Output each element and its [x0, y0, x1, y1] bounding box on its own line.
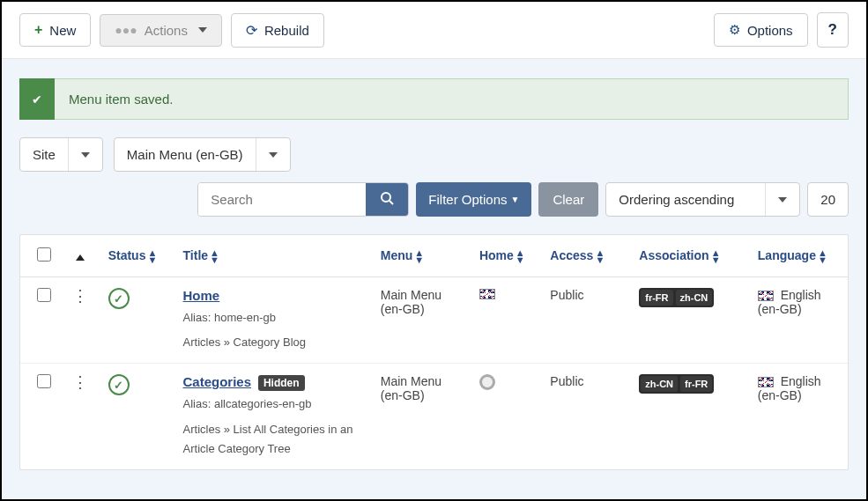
item-title-link[interactable]: Home	[183, 288, 220, 303]
association-badge[interactable]: zh-CN	[676, 290, 713, 306]
table-row: ⋮ ✓ Home Alias: home-en-gb Articles » Ca…	[20, 277, 848, 364]
svg-point-0	[382, 193, 390, 202]
row-checkbox[interactable]	[37, 374, 51, 388]
item-type: Articles » Category Blog	[183, 333, 363, 352]
col-checkbox	[20, 235, 62, 277]
toolbar: + New ●●● Actions ⟳ Rebuild ⚙ Options ?	[2, 2, 866, 59]
ordering-select[interactable]: Ordering ascending	[605, 182, 800, 217]
options-label: Options	[747, 23, 793, 38]
menu-select[interactable]: Main Menu (en-GB)	[114, 137, 291, 172]
help-label: ?	[828, 21, 837, 39]
col-menu[interactable]: Menu▲▼	[372, 235, 471, 277]
caret-down-icon: ▼	[511, 195, 520, 204]
chevron-down-icon	[765, 183, 799, 216]
col-language[interactable]: Language▲▼	[749, 235, 848, 277]
new-label: New	[49, 23, 76, 38]
hidden-badge: Hidden	[258, 375, 305, 391]
item-menu: Main Menu (en-GB)	[372, 364, 471, 469]
chevron-down-icon	[256, 138, 290, 171]
limit-value: 20	[820, 192, 835, 207]
chevron-down-icon	[68, 138, 102, 171]
new-button[interactable]: + New	[19, 13, 91, 47]
ellipsis-icon: ●●●	[115, 23, 137, 37]
ordering-value: Ordering ascending	[606, 183, 765, 216]
item-access: Public	[541, 364, 630, 469]
item-menu: Main Menu (en-GB)	[372, 277, 471, 364]
col-ordering[interactable]	[62, 235, 100, 277]
sort-icon: ▲▼	[711, 249, 721, 263]
association-badge[interactable]: fr-FR	[680, 376, 712, 392]
check-circle-icon: ✔	[19, 78, 55, 120]
sort-icon: ▲▼	[818, 249, 827, 263]
sort-icon: ▲▼	[147, 249, 157, 263]
item-alias: Alias: allcategories-en-gb	[183, 394, 363, 414]
col-home[interactable]: Home▲▼	[471, 235, 541, 277]
association-badge[interactable]: zh-CN	[641, 376, 678, 392]
gear-icon: ⚙	[729, 22, 740, 38]
sort-icon: ▲▼	[414, 249, 424, 263]
filter-selects-row: Site Main Menu (en-GB)	[19, 137, 849, 172]
sort-asc-icon	[76, 254, 85, 261]
home-flag-icon[interactable]	[479, 289, 495, 299]
col-title[interactable]: Title▲▼	[174, 235, 372, 277]
search-input[interactable]	[198, 183, 366, 216]
status-published-icon[interactable]: ✓	[108, 288, 130, 309]
client-select[interactable]: Site	[19, 137, 103, 172]
plus-icon: +	[34, 22, 42, 38]
item-title-link[interactable]: Categories	[183, 374, 252, 389]
select-all-checkbox[interactable]	[37, 247, 51, 262]
home-default-toggle[interactable]	[479, 374, 495, 390]
filter-options-button[interactable]: Filter Options ▼	[416, 182, 531, 217]
search-group	[197, 182, 409, 217]
table-row: ⋮ ✓ Categories Hidden Alias: allcategori…	[20, 364, 848, 469]
alert-success: ✔ Menu item saved.	[19, 78, 849, 120]
col-status[interactable]: Status▲▼	[100, 235, 174, 277]
col-access[interactable]: Access▲▼	[541, 235, 630, 277]
association-badges: zh-CN fr-FR	[639, 374, 714, 394]
search-button[interactable]	[366, 183, 408, 216]
association-badges: fr-FR zh-CN	[639, 288, 714, 307]
sort-icon: ▲▼	[516, 249, 525, 263]
sort-icon: ▲▼	[595, 249, 605, 263]
menu-select-value: Main Menu (en-GB)	[115, 138, 256, 171]
svg-line-1	[389, 201, 393, 204]
rebuild-button[interactable]: ⟳ Rebuild	[231, 13, 324, 48]
refresh-icon: ⟳	[246, 22, 257, 39]
filter-options-label: Filter Options	[428, 192, 507, 207]
item-type: Articles » List All Categories in an Art…	[183, 420, 363, 459]
search-filter-row: Filter Options ▼ Clear Ordering ascendin…	[19, 182, 849, 217]
status-published-icon[interactable]: ✓	[108, 374, 130, 395]
items-table: Status▲▼ Title▲▼ Menu▲▼ Home▲▼ Access▲▼ …	[20, 235, 848, 469]
row-actions-kebab[interactable]: ⋮	[72, 287, 88, 305]
items-table-wrap: Status▲▼ Title▲▼ Menu▲▼ Home▲▼ Access▲▼ …	[19, 234, 849, 470]
actions-button[interactable]: ●●● Actions	[100, 14, 222, 47]
rebuild-label: Rebuild	[264, 23, 309, 38]
association-badge[interactable]: fr-FR	[641, 290, 672, 306]
help-button[interactable]: ?	[817, 12, 849, 48]
options-button[interactable]: ⚙ Options	[714, 13, 808, 47]
row-checkbox[interactable]	[37, 288, 51, 302]
search-icon	[380, 191, 394, 208]
language-flag-icon	[758, 377, 774, 387]
item-alias: Alias: home-en-gb	[183, 308, 363, 328]
item-access: Public	[541, 277, 630, 364]
row-actions-kebab[interactable]: ⋮	[72, 373, 88, 391]
alert-message: Menu item saved.	[55, 78, 849, 120]
col-association[interactable]: Association▲▼	[630, 235, 749, 277]
actions-label: Actions	[145, 23, 188, 38]
limit-select[interactable]: 20	[807, 182, 849, 217]
sort-icon: ▲▼	[210, 249, 219, 263]
language-flag-icon	[758, 291, 774, 301]
clear-button[interactable]: Clear	[538, 182, 598, 217]
clear-label: Clear	[553, 192, 584, 207]
chevron-down-icon	[198, 27, 207, 33]
client-select-value: Site	[20, 138, 68, 171]
